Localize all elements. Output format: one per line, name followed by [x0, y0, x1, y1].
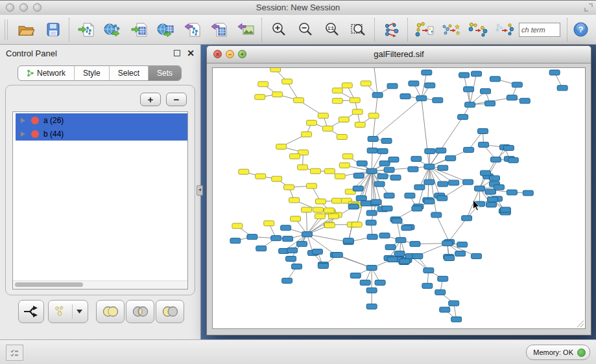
graph-node[interactable] — [350, 273, 361, 278]
graph-node[interactable] — [232, 223, 243, 229]
help-button[interactable]: ? — [571, 17, 590, 43]
graph-node[interactable] — [306, 183, 316, 188]
graph-node[interactable] — [350, 98, 360, 103]
graph-node[interactable] — [422, 70, 432, 75]
graph-node[interactable] — [451, 317, 462, 322]
add-set-button[interactable]: + — [140, 93, 161, 106]
import-network-file-button[interactable] — [73, 17, 99, 43]
graph-node[interactable] — [324, 223, 335, 228]
graph-node[interactable] — [368, 136, 378, 141]
graph-node[interactable] — [381, 138, 392, 143]
expand-icon[interactable] — [21, 118, 25, 123]
graph-node[interactable] — [387, 84, 398, 89]
graph-node[interactable] — [507, 95, 517, 100]
graph-edge[interactable] — [372, 150, 372, 171]
export-network-button[interactable] — [179, 17, 206, 43]
graph-node[interactable] — [372, 93, 383, 98]
graph-node[interactable] — [446, 155, 456, 161]
graph-node[interactable] — [478, 129, 488, 134]
network-canvas[interactable] — [212, 67, 586, 329]
create-set-from-selection-button[interactable] — [18, 300, 44, 323]
graph-node[interactable] — [324, 208, 334, 213]
graph-node[interactable] — [490, 176, 500, 181]
graph-node[interactable] — [255, 95, 265, 100]
graph-node[interactable] — [507, 190, 517, 195]
graph-node[interactable] — [294, 98, 304, 103]
graph-node[interactable] — [353, 173, 364, 178]
graph-node[interactable] — [310, 168, 320, 174]
resize-grip-icon[interactable] — [577, 321, 584, 327]
graph-node[interactable] — [475, 186, 485, 191]
graph-node[interactable] — [437, 196, 447, 201]
graph-node[interactable] — [284, 185, 294, 190]
union-sets-button[interactable] — [96, 300, 125, 323]
graph-node[interactable] — [444, 256, 455, 261]
graph-node[interactable] — [425, 148, 435, 154]
graph-node[interactable] — [481, 170, 491, 176]
graph-node[interactable] — [357, 161, 367, 166]
graph-node[interactable] — [324, 168, 335, 174]
graph-edge[interactable] — [373, 98, 422, 139]
graph-node[interactable] — [500, 207, 510, 212]
network-graph[interactable] — [213, 68, 585, 328]
graph-node[interactable] — [436, 148, 446, 153]
graph-node[interactable] — [410, 242, 420, 247]
tab-sets[interactable]: Sets — [149, 66, 181, 80]
graph-edge[interactable] — [422, 98, 429, 166]
graph-node[interactable] — [382, 206, 392, 211]
graph-node[interactable] — [388, 157, 399, 162]
graph-node[interactable] — [353, 186, 363, 191]
graph-node[interactable] — [271, 236, 281, 241]
graph-node[interactable] — [315, 199, 326, 204]
export-table-button[interactable] — [206, 17, 232, 43]
graph-edge[interactable] — [372, 166, 429, 171]
graph-node[interactable] — [431, 212, 442, 218]
graph-node[interactable] — [385, 245, 396, 250]
graph-node[interactable] — [433, 98, 443, 103]
graph-node[interactable] — [331, 198, 342, 203]
graph-node[interactable] — [508, 157, 518, 163]
minimize-window-button[interactable] — [19, 3, 28, 12]
zoom-out-button[interactable] — [292, 17, 318, 43]
graph-node[interactable] — [315, 214, 325, 219]
graph-node[interactable] — [422, 283, 433, 288]
expand-icon[interactable] — [21, 131, 25, 137]
graph-node[interactable] — [276, 144, 287, 149]
graph-node[interactable] — [458, 115, 468, 120]
graph-node[interactable] — [396, 238, 406, 243]
graph-node[interactable] — [424, 164, 435, 169]
graph-node[interactable] — [287, 248, 298, 253]
graph-node[interactable] — [306, 120, 316, 126]
graph-node[interactable] — [302, 132, 312, 137]
graph-node[interactable] — [465, 102, 475, 108]
graph-node[interactable] — [405, 193, 415, 198]
graph-node[interactable] — [291, 216, 301, 222]
network-window-title-bar[interactable]: × − + galFiltered.sif — [207, 46, 591, 63]
graph-node[interactable] — [485, 101, 495, 106]
save-session-button[interactable] — [40, 17, 66, 43]
graph-node[interactable] — [377, 174, 388, 179]
graph-node[interactable] — [264, 221, 274, 226]
graph-node[interactable] — [348, 204, 359, 209]
tab-select[interactable]: Select — [110, 66, 149, 80]
graph-node[interactable] — [366, 288, 377, 293]
graph-node[interactable] — [256, 174, 266, 179]
scrollbar-thumb[interactable] — [15, 282, 83, 287]
graph-node[interactable] — [503, 145, 514, 150]
tab-style[interactable]: Style — [75, 66, 110, 80]
graph-node[interactable] — [486, 202, 497, 207]
graph-node[interactable] — [352, 222, 362, 227]
graph-edge[interactable] — [436, 215, 449, 242]
graph-node[interactable] — [464, 147, 474, 152]
import-table-file-button[interactable] — [126, 17, 152, 43]
graph-node[interactable] — [247, 234, 257, 240]
show-all-button[interactable] — [491, 17, 518, 43]
graph-node[interactable] — [355, 122, 365, 128]
graph-node[interactable] — [414, 185, 425, 190]
graph-node[interactable] — [390, 175, 401, 180]
hide-selected-button[interactable] — [464, 17, 491, 43]
graph-node[interactable] — [366, 304, 377, 309]
graph-node[interactable] — [379, 233, 390, 238]
zoom-in-button[interactable] — [265, 17, 292, 43]
graph-node[interactable] — [290, 154, 300, 159]
